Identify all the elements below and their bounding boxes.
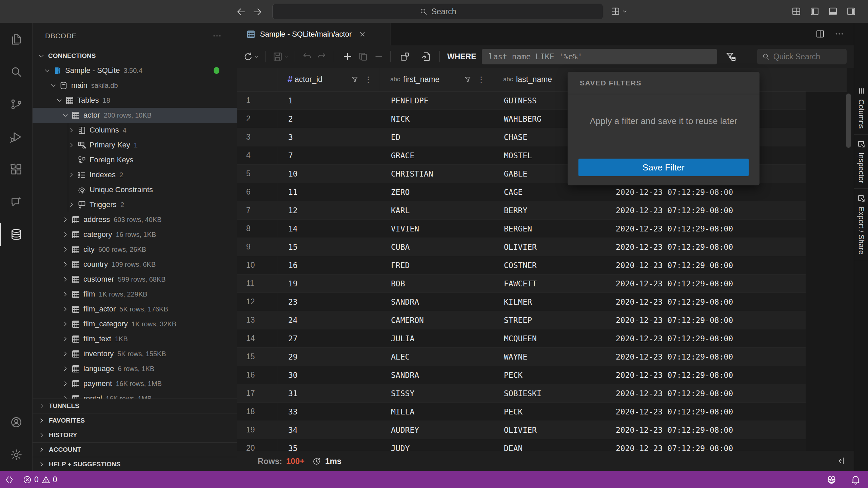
cell-actor-id[interactable]: 34 (277, 426, 380, 434)
tree-item[interactable]: Indexes 2 (33, 167, 237, 182)
cell-first-name[interactable]: ED (380, 133, 493, 142)
cell-last-name[interactable]: OLIVIER (493, 426, 606, 434)
row-number[interactable]: 14 (237, 329, 277, 347)
column-filter-icon[interactable] (351, 76, 359, 83)
layout-grid-icon[interactable] (791, 6, 802, 17)
cell-first-name[interactable]: FRED (380, 261, 493, 270)
tree-chevron-icon[interactable] (68, 141, 75, 149)
activity-run-debug[interactable] (0, 121, 33, 153)
row-number[interactable]: 9 (237, 238, 277, 256)
activity-account[interactable] (0, 406, 33, 439)
cell-actor-id[interactable]: 29 (277, 352, 380, 361)
row-number[interactable]: 18 (237, 403, 277, 421)
cell-actor-id[interactable]: 27 (277, 334, 380, 343)
quick-search-box[interactable] (757, 49, 847, 64)
search-command-center[interactable]: Search (272, 4, 603, 19)
tree-item[interactable]: language 6 rows, 1KB (33, 361, 237, 376)
close-icon[interactable] (359, 30, 366, 38)
dbcode-pig-icon[interactable] (826, 474, 837, 485)
tree-item[interactable]: main sakila.db (33, 78, 237, 93)
add-row-icon[interactable] (342, 51, 353, 62)
tree-item[interactable]: Unique Constraints (33, 182, 237, 197)
sidebar-section-header[interactable]: HELP + SUGGESTIONS (33, 457, 237, 471)
more-actions-icon[interactable] (212, 31, 222, 41)
vertical-scrollbar[interactable] (846, 94, 851, 148)
cell-first-name[interactable]: KARL (380, 206, 493, 215)
column-header[interactable]: abc first_name ⋮ (380, 68, 493, 91)
tree-item[interactable]: Columns 4 (33, 123, 237, 138)
tree-item[interactable]: Triggers 2 (33, 197, 237, 212)
right-panel-tab[interactable]: Inspector (854, 135, 868, 189)
undo-icon[interactable] (302, 51, 313, 62)
activity-source-control[interactable] (0, 88, 33, 121)
cell-last-name[interactable]: KILMER (493, 298, 606, 306)
cell-last-update[interactable]: 2020-12-23 07:12:29-08:00 (606, 243, 806, 251)
cell-actor-id[interactable]: 16 (277, 261, 380, 270)
cell-actor-id[interactable]: 24 (277, 316, 380, 325)
tree-chevron-icon[interactable] (62, 216, 69, 223)
cell-last-name[interactable]: CAGE (493, 188, 606, 197)
toggle-sidebar-icon[interactable] (809, 6, 820, 17)
cell-first-name[interactable]: JUDY (380, 444, 493, 451)
cell-last-update[interactable]: 2020-12-23 07:12:29-08:00 (606, 206, 806, 215)
tree-chevron-icon[interactable] (62, 305, 69, 313)
cell-last-update[interactable]: 2020-12-23 07:12:29-08:00 (606, 261, 806, 270)
cell-actor-id[interactable]: 7 (277, 151, 380, 160)
row-number[interactable]: 3 (237, 128, 277, 146)
column-menu-icon[interactable]: ⋮ (364, 75, 372, 84)
toggle-secondary-sidebar-icon[interactable] (846, 6, 856, 17)
delete-row-icon[interactable] (373, 51, 384, 62)
activity-dbcode[interactable] (0, 218, 33, 251)
cell-first-name[interactable]: SISSY (380, 389, 493, 398)
where-clause-input[interactable] (482, 49, 717, 64)
cell-first-name[interactable]: JULIA (380, 334, 493, 343)
activity-explorer[interactable] (0, 23, 33, 56)
nav-forward-icon[interactable] (252, 6, 263, 17)
table-row[interactable]: 15 29 ALEC WAYNE 2020-12-23 07:12:29-08:… (237, 348, 806, 366)
customize-layout-button[interactable] (610, 6, 628, 16)
save-icon[interactable] (272, 51, 283, 62)
cell-first-name[interactable]: AUDREY (380, 426, 493, 434)
tree-chevron-icon[interactable] (43, 67, 51, 74)
table-row[interactable]: 8 14 VIVIEN BERGEN 2020-12-23 07:12:29-0… (237, 220, 806, 238)
cell-first-name[interactable]: CUBA (380, 243, 493, 251)
sidebar-section-header[interactable]: ACCOUNT (33, 442, 237, 457)
row-number[interactable]: 7 (237, 201, 277, 219)
problems-indicator[interactable]: 0 0 (23, 475, 57, 484)
cell-first-name[interactable]: MILLA (380, 407, 493, 416)
save-filter-funnel-icon[interactable] (725, 51, 736, 62)
tree-chevron-icon[interactable] (62, 350, 69, 358)
cell-last-name[interactable]: OLIVIER (493, 243, 606, 251)
cell-actor-id[interactable]: 15 (277, 243, 380, 251)
cell-last-name[interactable]: BERRY (493, 206, 606, 215)
right-panel-tab[interactable]: Columns (854, 81, 868, 135)
tree-chevron-icon[interactable] (62, 290, 69, 298)
row-number[interactable]: 11 (237, 274, 277, 292)
quick-search-input[interactable] (773, 52, 838, 61)
table-row[interactable]: 11 19 BOB FAWCETT 2020-12-23 07:12:29-08… (237, 274, 806, 293)
row-number[interactable]: 15 (237, 348, 277, 366)
cell-last-update[interactable]: 2020-12-23 07:12:29-08:00 (606, 188, 806, 197)
tree-item[interactable]: customer 599 rows, 68KB (33, 272, 237, 287)
cell-actor-id[interactable]: 14 (277, 224, 380, 233)
row-number[interactable]: 19 (237, 421, 277, 439)
cell-last-update[interactable]: 2020-12-23 07:12:29-08:00 (606, 371, 806, 380)
more-actions-icon[interactable] (834, 29, 844, 39)
activity-settings[interactable] (0, 439, 33, 471)
tree-chevron-icon[interactable] (50, 82, 57, 89)
sidebar-section-header[interactable]: FAVORITES (33, 413, 237, 428)
cell-last-name[interactable]: PECK (493, 371, 606, 380)
tree-chevron-icon[interactable] (62, 335, 69, 343)
sidebar-section-header[interactable]: TUNNELS (33, 399, 237, 413)
row-number[interactable]: 16 (237, 366, 277, 384)
tree-item[interactable]: city 600 rows, 26KB (33, 242, 237, 257)
tree-item[interactable]: film_text 1KB (33, 331, 237, 346)
tree-chevron-icon[interactable] (62, 395, 69, 399)
cell-last-name[interactable]: PECK (493, 407, 606, 416)
cell-actor-id[interactable]: 35 (277, 444, 380, 451)
redo-icon[interactable] (316, 51, 327, 62)
cell-actor-id[interactable]: 3 (277, 133, 380, 142)
table-row[interactable]: 18 33 MILLA PECK 2020-12-23 07:12:29-08:… (237, 403, 806, 421)
cell-last-update[interactable]: 2020-12-23 07:12:29-08:00 (606, 224, 806, 233)
tree-item[interactable]: Tables 18 (33, 93, 237, 108)
